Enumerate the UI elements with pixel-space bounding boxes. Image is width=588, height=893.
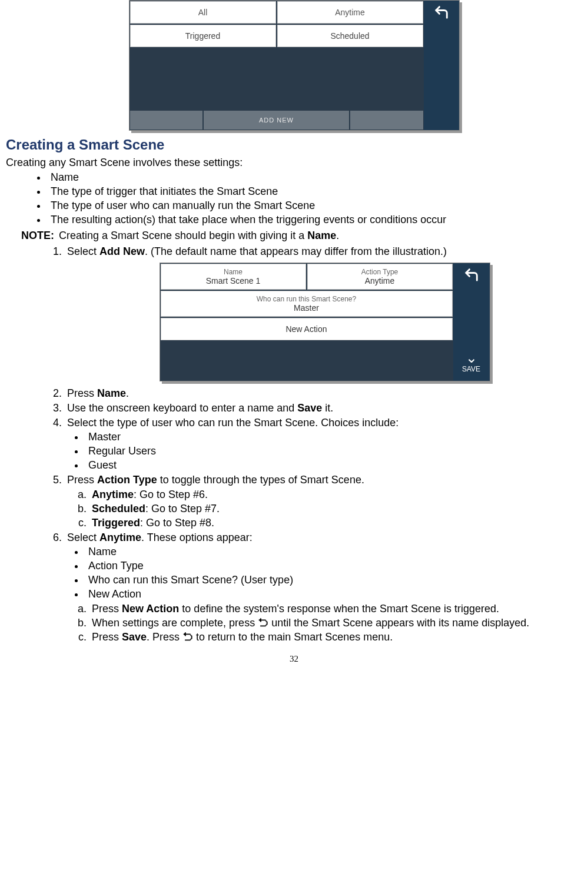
figure-new-smart-scene: Name Smart Scene 1 Action Type Anytime W…	[67, 263, 582, 381]
intro-bullet-list: Name The type of trigger that initiates …	[47, 171, 582, 226]
substep-c: Press Save. Press ⮌ to return to the mai…	[89, 631, 582, 643]
step6b-post: until the Smart Scene appears with its n…	[268, 617, 529, 629]
step3-post: it.	[322, 402, 333, 414]
step1-bold: Add New	[99, 245, 145, 257]
step5-post: to toggle through the types of Smart Sce…	[157, 474, 364, 486]
step6c-mid: . Press	[147, 631, 182, 643]
new-action-button[interactable]: New Action	[161, 318, 453, 340]
steps-list: Select Add New. (The default name that a…	[41, 245, 582, 643]
step6b-pre: When settings are complete, press	[92, 617, 258, 629]
list-item: Regular Users	[85, 445, 582, 457]
tab-triggered[interactable]: Triggered	[130, 25, 276, 47]
step6a-post: to define the system's response when the…	[179, 603, 499, 615]
device2-main: Name Smart Scene 1 Action Type Anytime W…	[160, 263, 453, 381]
step-2: Press Name.	[65, 387, 582, 400]
substep-b: Scheduled: Go to Step #7.	[89, 503, 582, 515]
note-pre: Creating a Smart Scene should begin with…	[59, 230, 307, 241]
list-item: Master	[85, 431, 582, 443]
substep-a: Press New Action to define the system's …	[89, 603, 582, 615]
step6c-bold: Save	[122, 631, 147, 643]
step5b-bold: Scheduled	[92, 503, 145, 514]
list-item: Name	[47, 171, 582, 184]
device1-main: All Anytime Triggered Scheduled ADD NEW	[129, 1, 424, 130]
step6-bold: Anytime	[99, 532, 141, 543]
step6c-post: to return to the main Smart Scenes menu.	[193, 631, 393, 643]
save-label: SAVE	[462, 365, 480, 373]
add-new-button[interactable]: ADD NEW	[204, 111, 349, 130]
tab-scheduled[interactable]: Scheduled	[277, 25, 423, 47]
note-post: .	[336, 230, 339, 241]
list-item: The type of user who can manually run th…	[47, 200, 582, 212]
step1-pre: Select	[67, 245, 99, 257]
list-item: The resulting action(s) that take place …	[47, 214, 582, 226]
note-label-text: NOTE	[21, 230, 51, 241]
intro-paragraph: Creating any Smart Scene involves these …	[6, 157, 582, 169]
return-icon: ⮌	[182, 631, 193, 643]
device2-sidebar: ⌄ SAVE	[453, 263, 490, 381]
who-label: Who can run this Smart Scene?	[257, 295, 356, 303]
list-item: Who can run this Smart Scene? (User type…	[85, 574, 582, 586]
who-runs-cell[interactable]: Who can run this Smart Scene? Master	[161, 291, 453, 317]
device1-sidebar	[424, 1, 459, 130]
name-value: Smart Scene 1	[206, 276, 261, 286]
step6a-bold: New Action	[122, 603, 179, 615]
save-button[interactable]: ⌄ SAVE	[453, 343, 490, 381]
step3-bold: Save	[297, 402, 322, 414]
substep-a: Anytime: Go to Step #6.	[89, 489, 582, 501]
page-number: 32	[6, 654, 582, 664]
step2-pre: Press	[67, 387, 97, 399]
actiontype-value: Anytime	[365, 276, 395, 286]
list-item: Guest	[85, 459, 582, 472]
note-colon: :	[51, 230, 54, 241]
step4-options: Master Regular Users Guest	[85, 431, 582, 472]
step-1: Select Add New. (The default name that a…	[65, 245, 582, 381]
step5b-post: : Go to Step #7.	[145, 503, 220, 514]
step6a-pre: Press	[92, 603, 122, 615]
tab-all[interactable]: All	[130, 1, 276, 24]
list-item: Action Type	[85, 560, 582, 572]
who-value: Master	[294, 303, 319, 313]
section-heading: Creating a Smart Scene	[6, 137, 582, 153]
device-screenshot-2: Name Smart Scene 1 Action Type Anytime W…	[160, 263, 490, 381]
step-6: Select Anytime. These options appear: Na…	[65, 532, 582, 643]
step5-pre: Press	[67, 474, 97, 486]
note-label: NOTE:	[6, 230, 59, 242]
chevron-down-icon: ⌄	[466, 351, 477, 365]
step5-substeps: Anytime: Go to Step #6. Scheduled: Go to…	[73, 489, 582, 529]
step5-bold: Action Type	[97, 474, 157, 486]
step6-substeps: Press New Action to define the system's …	[73, 603, 582, 643]
step2-bold: Name	[97, 387, 126, 399]
step4-text: Select the type of user who can run the …	[67, 417, 398, 429]
step1-post: . (The default name that appears may dif…	[145, 245, 447, 257]
name-label: Name	[224, 268, 242, 276]
step5c-post: : Go to Step #8.	[140, 517, 214, 529]
step-3: Use the onscreen keyboard to enter a nam…	[65, 402, 582, 414]
list-item: New Action	[85, 588, 582, 600]
actiontype-label: Action Type	[361, 268, 398, 276]
step6c-pre: Press	[92, 631, 122, 643]
step6-post: . These options appear:	[141, 532, 253, 543]
step3-pre: Use the onscreen keyboard to enter a nam…	[67, 402, 297, 414]
name-cell[interactable]: Name Smart Scene 1	[161, 264, 306, 290]
figure-smart-scene-tabs: All Anytime Triggered Scheduled ADD NEW	[6, 0, 582, 131]
step-5: Press Action Type to toggle through the …	[65, 474, 582, 529]
note-row: NOTE: Creating a Smart Scene should begi…	[6, 230, 582, 242]
step6-options: Name Action Type Who can run this Smart …	[85, 546, 582, 600]
substep-b: When settings are complete, press ⮌ unti…	[89, 617, 582, 629]
step2-post: .	[126, 387, 129, 399]
tab-anytime[interactable]: Anytime	[277, 1, 423, 24]
step5a-bold: Anytime	[92, 489, 134, 500]
note-text: Creating a Smart Scene should begin with…	[59, 230, 582, 242]
actiontype-cell[interactable]: Action Type Anytime	[307, 264, 453, 290]
step5a-post: : Go to Step #6.	[134, 489, 208, 500]
device-screenshot-1: All Anytime Triggered Scheduled ADD NEW	[129, 0, 460, 131]
back-icon[interactable]	[424, 1, 459, 24]
return-icon: ⮌	[258, 617, 268, 629]
step-4: Select the type of user who can run the …	[65, 417, 582, 472]
bottom-blank-right	[350, 111, 423, 130]
back-icon[interactable]	[453, 263, 490, 287]
step6-pre: Select	[67, 532, 99, 543]
note-bold: Name	[307, 230, 336, 241]
list-item: Name	[85, 546, 582, 558]
step5c-bold: Triggered	[92, 517, 140, 529]
